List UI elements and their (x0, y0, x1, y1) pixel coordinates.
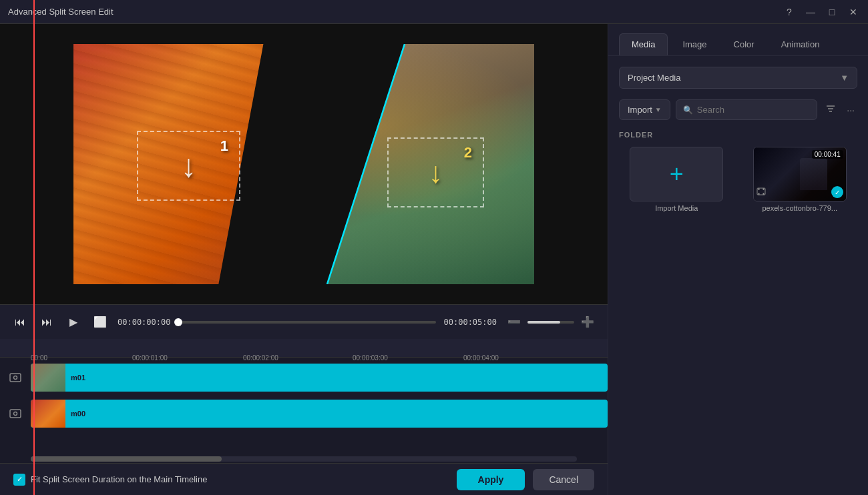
timeline-scrollbar (0, 455, 608, 463)
titlebar-controls: ? — □ ✕ (783, 5, 860, 19)
fit-checkbox[interactable]: ✓ Fit Split Screen Duration on the Main … (13, 474, 207, 486)
time-end: 00:00:05:00 (444, 318, 497, 327)
tab-color[interactable]: Color (722, 33, 767, 55)
panel-content: Project Media ▼ Import ▼ 🔍 (608, 56, 868, 495)
track-1-thumbnail (31, 364, 65, 392)
film-icon (756, 187, 766, 198)
video-media-item[interactable]: 00:00:41 ✓ pexels-cottonbr (742, 147, 858, 212)
center-area: ↓ 1 ↓ 2 ⏮ ⏭ ▶ ⬜ 00:00:00:00 (0, 24, 608, 495)
import-media-label: Import Media (655, 204, 698, 212)
track-clip-1[interactable]: m01 (31, 364, 608, 392)
search-row: Import ▼ 🔍 ··· (619, 99, 857, 120)
svg-rect-1 (10, 374, 21, 382)
plus-icon: + (670, 160, 684, 188)
fit-checkbox-label: Fit Split Screen Duration on the Main Ti… (31, 474, 207, 484)
main-layout: ↓ 1 ↓ 2 ⏮ ⏭ ▶ ⬜ 00:00:00:00 (0, 24, 868, 495)
slot-1-number: 1 (220, 137, 228, 155)
apply-button[interactable]: Apply (457, 469, 525, 490)
project-media-dropdown[interactable]: Project Media ▼ (619, 67, 857, 89)
volume-minus-button[interactable]: ➖ (505, 313, 523, 332)
dropdown-value: Project Media (628, 73, 680, 83)
ruler-mark-4: 00:00:04:00 (463, 354, 499, 362)
track-1-icon (0, 362, 31, 394)
preview-area: ↓ 1 ↓ 2 (0, 24, 608, 304)
svg-rect-9 (758, 188, 759, 190)
slot-1: ↓ 1 (137, 131, 240, 201)
scrollbar-track[interactable] (31, 456, 577, 462)
checkbox-icon: ✓ (13, 474, 25, 486)
search-input[interactable] (697, 100, 811, 119)
controls-bar: ⏮ ⏭ ▶ ⬜ 00:00:00:00 00:00:05:00 ➖ ➕ (0, 304, 608, 339)
close-button[interactable]: ✕ (847, 5, 860, 19)
play-button[interactable]: ▶ (64, 313, 83, 332)
bottom-actions: Apply Cancel (457, 469, 594, 490)
bottom-bar: ✓ Fit Split Screen Duration on the Main … (0, 463, 608, 495)
minimize-button[interactable]: — (804, 5, 817, 19)
dropdown-row: Project Media ▼ (619, 67, 857, 89)
ruler-mark-3: 00:00:03:00 (353, 354, 388, 362)
step-back-button[interactable]: ⏭ (37, 313, 56, 332)
slot-2: ↓ 2 (387, 137, 484, 207)
track-clip-2[interactable]: m00 (31, 400, 608, 428)
titlebar-title: Advanced Split Screen Edit (8, 7, 114, 17)
slot-2-content: ↓ 2 (389, 139, 483, 206)
ruler-mark-1: 00:00:01:00 (132, 354, 168, 362)
tab-image[interactable]: Image (670, 33, 718, 55)
filter-button[interactable] (823, 101, 839, 119)
volume-fill (527, 321, 560, 324)
right-panel: Media Image Color Animation Project Medi… (608, 24, 868, 495)
slot-2-arrow: ↓ (429, 156, 443, 189)
timeline-area: 00:00 00:00:01:00 00:00:02:00 00:00:03:0… (0, 339, 608, 463)
slot-1-content: ↓ 1 (138, 132, 239, 199)
slot-1-arrow: ↓ (181, 147, 197, 184)
split-canvas: ↓ 1 ↓ 2 (73, 44, 534, 284)
media-grid: + Import Media 00:00:41 (619, 147, 857, 212)
svg-point-4 (14, 412, 17, 416)
track-1-label: m01 (65, 374, 91, 382)
skip-back-button[interactable]: ⏮ (11, 313, 29, 332)
search-wrap[interactable]: 🔍 (676, 99, 818, 120)
track-2-thumbnail (31, 400, 65, 428)
volume-wrap: ➖ ➕ (505, 313, 597, 332)
playhead (33, 358, 35, 455)
volume-plus-button[interactable]: ➕ (578, 313, 597, 332)
svg-rect-3 (10, 410, 21, 418)
svg-rect-12 (763, 193, 764, 195)
svg-point-2 (14, 376, 17, 380)
volume-slider[interactable] (527, 321, 574, 324)
slot-2-number: 2 (464, 144, 472, 161)
svg-rect-11 (758, 193, 759, 195)
help-button[interactable]: ? (783, 5, 796, 19)
track-2-label: m00 (65, 410, 91, 418)
more-options-button[interactable]: ··· (844, 102, 857, 118)
timeline-ruler: 00:00 00:00:01:00 00:00:02:00 00:00:03:0… (0, 339, 608, 358)
panel-tabs: Media Image Color Animation (608, 24, 868, 56)
maximize-button[interactable]: □ (825, 5, 839, 19)
titlebar: Advanced Split Screen Edit ? — □ ✕ (0, 0, 868, 24)
progress-bar[interactable] (178, 321, 435, 324)
import-media-item[interactable]: + Import Media (619, 147, 734, 212)
progress-dot (174, 318, 182, 326)
tab-media[interactable]: Media (619, 33, 668, 55)
video-duration: 00:00:41 (812, 150, 843, 159)
timeline-tracks: m01 m00 (0, 358, 608, 455)
dropdown-chevron-icon: ▼ (840, 73, 849, 83)
crop-button[interactable]: ⬜ (91, 313, 110, 332)
ruler-mark-2: 00:00:02:00 (243, 354, 278, 362)
video-media-thumb: 00:00:41 ✓ (753, 147, 847, 201)
track-row-2: m00 (0, 398, 608, 430)
import-chevron-icon: ▼ (655, 106, 662, 113)
svg-rect-10 (763, 188, 764, 190)
import-button[interactable]: Import ▼ (619, 99, 670, 120)
time-current: 00:00:00:00 (118, 318, 170, 327)
folder-label: FOLDER (619, 131, 857, 139)
video-media-label: pexels-cottonbro-779... (762, 204, 837, 212)
track-row-1: m01 (0, 362, 608, 394)
scrollbar-thumb[interactable] (31, 456, 222, 462)
checkmark-icon: ✓ (831, 186, 843, 198)
cancel-button[interactable]: Cancel (533, 469, 594, 490)
tab-animation[interactable]: Animation (769, 33, 832, 55)
track-2-icon (0, 398, 31, 430)
import-media-thumb: + (630, 147, 723, 201)
more-icon: ··· (847, 105, 855, 115)
